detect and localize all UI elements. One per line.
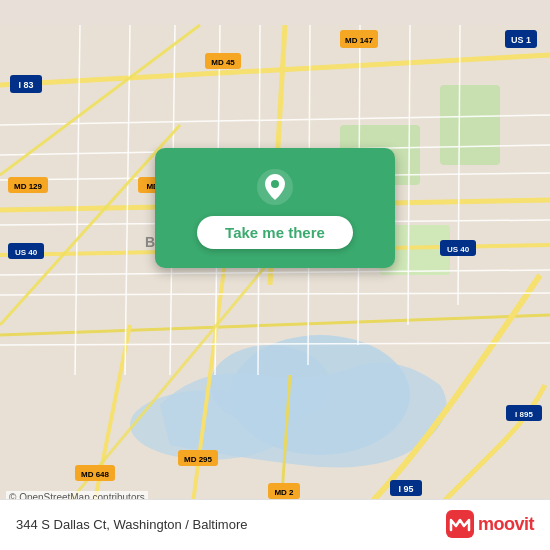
svg-text:US 40: US 40 <box>15 248 38 257</box>
moovit-brand-name: moovit <box>478 514 534 535</box>
take-me-there-button[interactable]: Take me there <box>197 216 353 249</box>
svg-text:US 1: US 1 <box>511 35 531 45</box>
moovit-app-icon <box>446 510 474 538</box>
action-card: Take me there <box>155 148 395 268</box>
svg-text:I 95: I 95 <box>398 484 413 494</box>
map-container: I 83 MD 147 US 1 MD 45 MD 129 MD 2 US 40… <box>0 0 550 550</box>
svg-text:I 895: I 895 <box>515 410 533 419</box>
svg-text:MD 648: MD 648 <box>81 470 110 479</box>
svg-rect-5 <box>440 85 500 165</box>
svg-text:MD 2: MD 2 <box>274 488 294 497</box>
location-pin-icon <box>256 168 294 206</box>
svg-text:MD 129: MD 129 <box>14 182 43 191</box>
moovit-logo: moovit <box>446 510 534 538</box>
address-text: 344 S Dallas Ct, Washington / Baltimore <box>16 517 247 532</box>
svg-point-65 <box>271 180 279 188</box>
svg-text:MD 45: MD 45 <box>211 58 235 67</box>
map-background: I 83 MD 147 US 1 MD 45 MD 129 MD 2 US 40… <box>0 0 550 550</box>
svg-text:MD 295: MD 295 <box>184 455 213 464</box>
svg-text:US 40: US 40 <box>447 245 470 254</box>
bottom-bar: 344 S Dallas Ct, Washington / Baltimore … <box>0 499 550 550</box>
svg-text:I 83: I 83 <box>18 80 33 90</box>
svg-text:MD 147: MD 147 <box>345 36 374 45</box>
